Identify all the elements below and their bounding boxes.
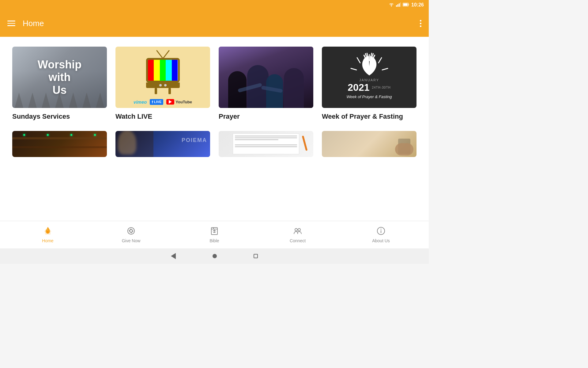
svg-point-20 <box>298 228 300 231</box>
hands-image <box>322 131 417 157</box>
speaker-silhouette <box>118 131 136 155</box>
android-nav <box>0 248 429 264</box>
svg-point-15 <box>130 230 132 232</box>
nav-about-us[interactable]: About Us <box>366 226 396 243</box>
nav-about-label: About Us <box>372 238 390 243</box>
svg-rect-6 <box>403 3 408 6</box>
nav-give-now[interactable]: Give Now <box>116 226 146 243</box>
sundays-services-label: Sundays Services <box>12 112 107 121</box>
sundays-services-card[interactable]: WorshipwithUs Sundays Services <box>12 47 107 121</box>
status-bar: 10:26 <box>0 0 429 10</box>
nav-connect[interactable]: Connect <box>282 226 313 243</box>
speaker-bg: POIEMA <box>115 131 210 157</box>
sundays-services-image: WorshipwithUs <box>12 47 107 108</box>
week-of-prayer-label: Week of Prayer & Fasting <box>322 112 417 121</box>
church-lights <box>12 134 107 136</box>
svg-line-8 <box>163 51 169 59</box>
time-display: 10:26 <box>411 2 424 8</box>
home-icon <box>43 226 52 237</box>
svg-point-19 <box>295 228 297 231</box>
back-button[interactable] <box>171 253 176 259</box>
sundays-services-bg: WorshipwithUs <box>12 47 107 108</box>
about-us-icon <box>376 226 386 237</box>
card-grid: WorshipwithUs Sundays Services <box>12 47 417 121</box>
bottom-nav: Home Give Now Bible <box>0 221 429 248</box>
church-card[interactable] <box>12 131 107 161</box>
give-now-icon <box>126 226 136 237</box>
nav-bible[interactable]: Bible <box>199 226 230 243</box>
tv-icon <box>146 50 180 94</box>
recent-apps-button[interactable] <box>254 254 258 258</box>
svg-line-11 <box>382 68 388 70</box>
nav-home[interactable]: Home <box>32 226 63 243</box>
svg-point-24 <box>381 229 382 230</box>
speaker-image: POIEMA <box>115 131 210 157</box>
status-bar-right: 10:26 <box>389 2 424 8</box>
svg-rect-4 <box>400 2 401 7</box>
speaker-card[interactable]: POIEMA <box>115 131 210 161</box>
tv-body <box>146 82 180 88</box>
nav-bible-label: Bible <box>209 238 219 243</box>
battery-icon <box>403 2 409 7</box>
svg-rect-2 <box>398 4 398 7</box>
home-btn-shape <box>213 254 217 258</box>
menu-icon[interactable] <box>7 21 15 26</box>
watch-live-label: Watch LIVE <box>115 112 210 121</box>
prayer-people <box>219 47 313 108</box>
stream-logos: vimeo fLIVE YouTube <box>134 99 192 105</box>
fb-live-badge: fLIVE <box>150 99 163 105</box>
notes-paper <box>233 133 299 154</box>
svg-point-0 <box>391 6 392 6</box>
nav-connect-label: Connect <box>290 238 306 243</box>
svg-line-13 <box>351 68 356 70</box>
prayer-label: Prayer <box>219 112 313 121</box>
hands-bg <box>322 131 417 157</box>
app-bar: Home <box>0 10 429 37</box>
notes-image <box>219 131 313 157</box>
back-btn-shape <box>171 253 176 259</box>
vimeo-logo: vimeo <box>134 99 147 105</box>
worship-text: WorshipwithUs <box>38 58 81 96</box>
home-button[interactable] <box>213 254 217 258</box>
tv-screen <box>146 58 180 82</box>
nav-home-label: Home <box>42 238 53 243</box>
notes-card[interactable] <box>219 131 313 161</box>
main-content: WorshipwithUs Sundays Services <box>0 37 429 221</box>
bible-icon <box>210 226 219 237</box>
tv-legs <box>149 88 177 94</box>
praying-hands-icon <box>359 52 380 78</box>
prayer-image <box>219 47 313 108</box>
week-of-prayer-card[interactable]: JANUARY 2021 24TH-30TH Week of Prayer & … <box>322 47 417 121</box>
watch-live-image: vimeo fLIVE YouTube <box>115 47 210 108</box>
hands-card[interactable] <box>322 131 417 161</box>
wifi-icon <box>389 2 394 8</box>
svg-rect-3 <box>399 3 400 7</box>
svg-line-7 <box>157 51 163 59</box>
church-bg <box>12 131 107 157</box>
app-bar-title: Home <box>23 19 44 28</box>
prayer-fasting-bg: JANUARY 2021 24TH-30TH Week of Prayer & … <box>322 47 417 108</box>
bottom-card-grid: POIEMA <box>12 131 417 161</box>
more-menu-icon[interactable] <box>420 20 421 27</box>
pf-subtitle: Week of Prayer & Fasting <box>347 94 392 99</box>
prayer-bg <box>219 47 313 108</box>
signal-icon <box>396 2 401 8</box>
svg-rect-1 <box>396 5 397 7</box>
nav-give-label: Give Now <box>122 238 141 243</box>
prayer-card[interactable]: Prayer <box>219 47 313 121</box>
recent-btn-shape <box>254 254 258 258</box>
connect-icon <box>293 226 302 237</box>
watch-live-card[interactable]: vimeo fLIVE YouTube Watch LIVE <box>115 47 210 121</box>
notes-bg <box>219 131 313 157</box>
watch-live-bg: vimeo fLIVE YouTube <box>115 47 210 108</box>
church-image <box>12 131 107 157</box>
youtube-logo: YouTube <box>166 99 192 105</box>
week-of-prayer-image: JANUARY 2021 24TH-30TH Week of Prayer & … <box>322 47 417 108</box>
